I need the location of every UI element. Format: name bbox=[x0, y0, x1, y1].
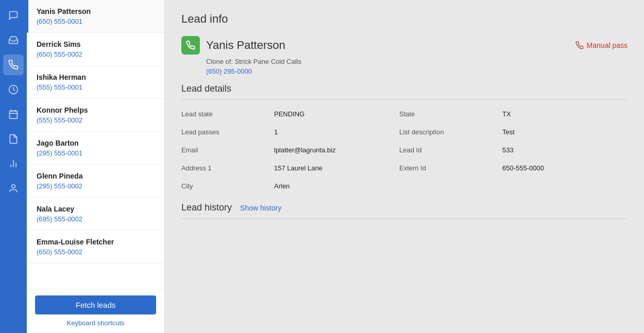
fetch-leads-button[interactable]: Fetch leads bbox=[35, 295, 156, 314]
detail-label: City bbox=[181, 180, 274, 192]
manual-pass-button[interactable]: Manual pass bbox=[575, 41, 628, 49]
lead-header: Yanis Patterson Manual pass bbox=[181, 36, 628, 55]
detail-value: 650-555-0000 bbox=[502, 162, 628, 174]
lead-item-phone: (295) 555-0002 bbox=[37, 182, 156, 190]
detail-value: TX bbox=[502, 108, 628, 120]
main-content: Lead info Yanis Patterson Manual pass Cl… bbox=[165, 0, 644, 333]
clone-phone: (650) 295-0000 bbox=[206, 67, 628, 75]
svg-rect-1 bbox=[10, 111, 18, 118]
lead-list-item[interactable]: Yanis Patterson (650) 555-0001 bbox=[27, 0, 164, 33]
manual-pass-label: Manual pass bbox=[587, 41, 628, 49]
detail-value: 1 bbox=[274, 126, 399, 138]
lead-item-phone: (650) 555-0002 bbox=[37, 50, 156, 58]
lead-item-phone: (695) 555-0002 bbox=[37, 215, 156, 223]
lead-item-phone: (650) 555-0002 bbox=[37, 248, 156, 256]
lead-item-name: Ishika Herman bbox=[37, 73, 156, 81]
lead-info-card: Yanis Patterson Manual pass Clone of: St… bbox=[181, 36, 628, 219]
history-divider bbox=[181, 218, 628, 219]
lead-item-name: Nala Lacey bbox=[37, 205, 156, 213]
lead-list-item[interactable]: Ishika Herman (555) 555-0001 bbox=[27, 66, 164, 99]
lead-details-grid: Lead statePENDINGStateTXLead passes1List… bbox=[181, 108, 628, 192]
lead-list-scroll: Yanis Patterson (650) 555-0001 Derrick S… bbox=[27, 0, 164, 289]
detail-value: PENDING bbox=[274, 108, 399, 120]
calendar-nav-icon[interactable] bbox=[3, 104, 24, 125]
lead-item-phone: (555) 555-0002 bbox=[37, 116, 156, 124]
lead-list-item[interactable]: Derrick Sims (650) 555-0002 bbox=[27, 33, 164, 66]
lead-details-title: Lead details bbox=[181, 83, 628, 94]
detail-label bbox=[399, 180, 502, 192]
lead-full-name: Yanis Patterson bbox=[206, 39, 285, 52]
lead-item-name: Glenn Pineda bbox=[37, 172, 156, 180]
detail-label: Lead Id bbox=[399, 144, 502, 156]
detail-label: List description bbox=[399, 126, 502, 138]
lead-list-footer: Fetch leads Keyboard shortcuts bbox=[27, 289, 164, 333]
chart-nav-icon[interactable] bbox=[3, 153, 24, 174]
lead-list-item[interactable]: Nala Lacey (695) 555-0002 bbox=[27, 198, 164, 231]
show-history-button[interactable]: Show history bbox=[240, 204, 281, 212]
lead-list-panel: Yanis Patterson (650) 555-0001 Derrick S… bbox=[27, 0, 165, 333]
lead-list-item[interactable]: Glenn Pineda (295) 555-0002 bbox=[27, 165, 164, 198]
lead-item-name: Jago Barton bbox=[37, 139, 156, 147]
history-nav-icon[interactable] bbox=[3, 79, 24, 100]
svg-point-8 bbox=[12, 185, 15, 188]
lead-item-phone: (295) 555-0001 bbox=[37, 149, 156, 157]
lead-item-phone: (650) 555-0001 bbox=[37, 17, 156, 25]
lead-phone-icon bbox=[181, 36, 200, 55]
page-title: Lead info bbox=[181, 12, 628, 26]
lead-list-item[interactable]: Konnor Phelps (555) 555-0002 bbox=[27, 99, 164, 132]
detail-value: lplatter@lagrunta.biz bbox=[274, 144, 399, 156]
lead-list-item[interactable]: Jago Barton (295) 555-0001 bbox=[27, 132, 164, 165]
detail-label: Extern Id bbox=[399, 162, 502, 174]
detail-label: Email bbox=[181, 144, 274, 156]
detail-label: Address 1 bbox=[181, 162, 274, 174]
detail-label: Lead state bbox=[181, 108, 274, 120]
detail-label: Lead passes bbox=[181, 126, 274, 138]
lead-item-phone: (555) 555-0001 bbox=[37, 83, 156, 91]
chat-icon[interactable] bbox=[3, 5, 24, 26]
lead-item-name: Konnor Phelps bbox=[37, 106, 156, 114]
detail-value: 157 Laurel Lane bbox=[274, 162, 399, 174]
clone-info: Clone of: Strick Pane Cold Calls bbox=[206, 58, 628, 65]
keyboard-shortcuts-link[interactable]: Keyboard shortcuts bbox=[66, 319, 124, 327]
inbox-icon[interactable] bbox=[3, 30, 24, 50]
lead-item-name: Derrick Sims bbox=[37, 40, 156, 48]
lead-history-title: Lead history bbox=[181, 202, 232, 213]
detail-label: State bbox=[399, 108, 502, 120]
lead-list-item[interactable]: Emma-Louise Fletcher (650) 555-0002 bbox=[27, 231, 164, 264]
phone-nav-icon[interactable] bbox=[3, 55, 24, 75]
icon-sidebar bbox=[0, 0, 27, 333]
lead-header-left: Yanis Patterson bbox=[181, 36, 285, 55]
details-divider bbox=[181, 99, 628, 100]
detail-value bbox=[502, 180, 628, 192]
lead-item-name: Yanis Patterson bbox=[37, 7, 156, 15]
contacts-nav-icon[interactable] bbox=[3, 178, 24, 199]
detail-value: 533 bbox=[502, 144, 628, 156]
detail-value: Arlen bbox=[274, 180, 399, 192]
detail-value: Test bbox=[502, 126, 628, 138]
history-header: Lead history Show history bbox=[181, 202, 628, 213]
lead-item-name: Emma-Louise Fletcher bbox=[37, 238, 156, 246]
notes-nav-icon[interactable] bbox=[3, 129, 24, 149]
